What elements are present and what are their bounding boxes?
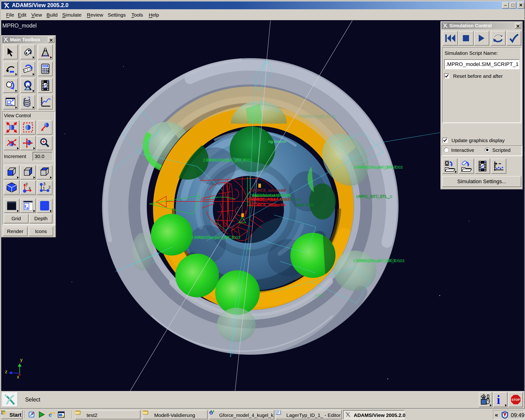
- svg-text:x: x: [17, 374, 19, 379]
- svg-text:1: 1: [43, 186, 45, 191]
- svg-text:ng.Innenri: ng.Innenri: [268, 139, 286, 144]
- svg-text:2: 2: [48, 185, 50, 190]
- svg-text:ARD_ID03: ARD_ID03: [295, 203, 314, 207]
- svg-text:_0403: _0403: [312, 293, 324, 298]
- svg-text:6.Waelzfer_βß6_IDG3: 6.Waelzfer_βß6_IDG3: [356, 165, 396, 169]
- svg-text:y: y: [20, 357, 23, 362]
- svg-text:Waelzkon: Waelzkon: [255, 193, 272, 197]
- svg-text:z: z: [5, 369, 7, 374]
- svg-text:ßFORCE_AA: ßFORCE_AA: [251, 198, 276, 202]
- svg-text:3: 3: [43, 182, 45, 186]
- svg-text:STOP: STOP: [511, 398, 520, 401]
- svg-text:y: y: [26, 182, 28, 187]
- svg-text:x: x: [248, 246, 251, 251]
- svg-text:3.Waelzfer_βß3_IDC3: 3.Waelzfer_βß3_IDC3: [194, 235, 234, 239]
- svg-text:PälzEFeßpβ8_IDG3: PälzEFeßpβ8_IDG3: [300, 114, 336, 118]
- svg-text:2.Waelzfer_βß2_IDC3: 2.Waelzfer_βß2_IDC3: [206, 158, 245, 162]
- svg-text:MPC_SBTLSTL_: MPC_SBTLSTL_: [358, 194, 390, 199]
- svg-text:5.Waelzfer_βß5_ID53: 5.Waelzfer_βß5_ID53: [356, 258, 395, 263]
- svg-text:GFORCE_aussenß8: GFORCE_aussenß8: [250, 188, 286, 192]
- svg-text:MARATAG6: MARATAG6: [280, 198, 301, 202]
- svg-text:GFORCE_innenrßə: GFORCE_innenrßə: [249, 203, 285, 207]
- svg-text:x: x: [28, 185, 31, 191]
